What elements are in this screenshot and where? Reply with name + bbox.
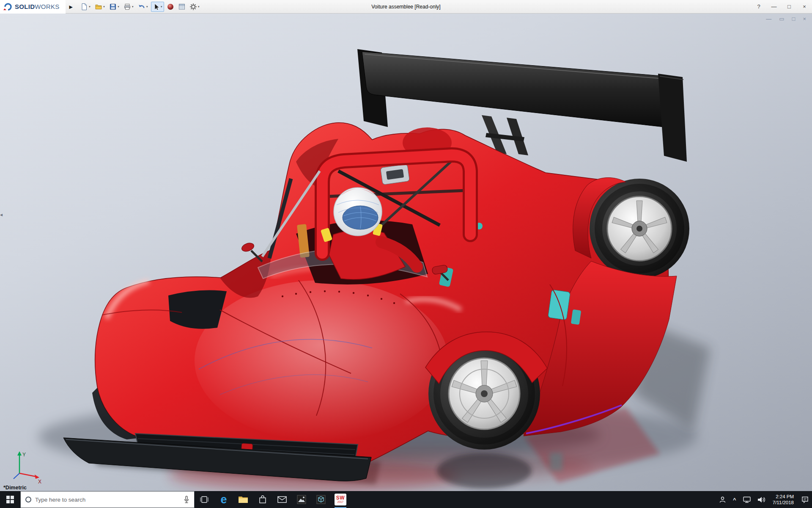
dropdown-caret[interactable]: ▼ xyxy=(103,6,105,8)
windows-logo-icon xyxy=(6,496,14,503)
print-icon xyxy=(123,3,131,11)
window-controls: ? — □ × xyxy=(751,0,812,13)
network-button[interactable] xyxy=(740,491,754,508)
maximize-button[interactable]: □ xyxy=(782,0,797,13)
task-view-button[interactable] xyxy=(195,491,214,508)
dropdown-caret[interactable]: ▼ xyxy=(132,6,134,8)
view-orientation-label: *Dimetric xyxy=(3,485,27,491)
solidworks-window: SOLIDWORKS ▶ ▼ ▼ xyxy=(0,0,812,508)
clock-date: 7/11/2018 xyxy=(773,500,794,505)
search-icon xyxy=(25,497,31,502)
taskbar-app-photos[interactable] xyxy=(292,491,311,508)
clock-time: 2:24 PM xyxy=(776,494,794,500)
mail-icon xyxy=(277,496,287,503)
graphics-viewport[interactable]: Y X — ▭ □ × ◂ *Dimetric xyxy=(0,14,812,491)
dropdown-caret[interactable]: ▼ xyxy=(117,6,120,8)
3d-viewer-icon xyxy=(316,495,326,504)
minimize-button[interactable]: — xyxy=(766,0,782,13)
dropdown-caret[interactable]: ▼ xyxy=(146,6,148,8)
microphone-icon[interactable] xyxy=(184,496,189,503)
options-button[interactable]: ▼ xyxy=(188,2,201,12)
system-tray: ^ 2:24 PM 7/11/2018 xyxy=(716,491,812,508)
dropdown-caret[interactable]: ▼ xyxy=(88,6,91,8)
action-center-icon xyxy=(801,496,809,503)
taskbar-app-mail[interactable] xyxy=(272,491,292,508)
undo-button[interactable]: ▼ xyxy=(137,2,150,12)
search-input[interactable] xyxy=(35,497,180,503)
new-document-icon xyxy=(80,3,88,11)
solidworks-logo: SOLIDWORKS xyxy=(0,0,66,14)
rear-wheel[interactable] xyxy=(590,179,689,279)
taskbar-app-edge[interactable]: e xyxy=(214,491,233,508)
toolbar-expand-button[interactable]: ▶ xyxy=(66,0,77,14)
new-document-button[interactable]: ▼ xyxy=(79,2,92,12)
taskbar-clock[interactable]: 2:24 PM 7/11/2018 xyxy=(768,491,798,508)
save-button[interactable]: ▼ xyxy=(108,2,121,12)
window-title: Voiture assemblee [Read-only] xyxy=(371,4,440,10)
network-icon xyxy=(743,497,751,503)
people-button[interactable] xyxy=(716,491,730,508)
design-table-button[interactable] xyxy=(177,2,187,12)
doc-close-icon[interactable]: × xyxy=(803,16,806,22)
store-icon xyxy=(258,495,267,504)
panel-collapse-arrow[interactable]: ◂ xyxy=(0,212,3,218)
appearance-sphere-icon xyxy=(167,3,174,11)
doc-minimize-icon[interactable]: — xyxy=(766,16,771,22)
taskbar-app-3d-viewer[interactable] xyxy=(311,491,331,508)
save-icon xyxy=(109,3,117,11)
dropdown-caret[interactable]: ▼ xyxy=(198,6,200,8)
solidworks-app-icon: SW 2017 xyxy=(335,494,346,505)
close-button[interactable]: × xyxy=(797,0,812,13)
undo-icon xyxy=(138,3,145,11)
photos-icon xyxy=(297,495,306,504)
car-model-render[interactable]: Y X xyxy=(0,14,812,491)
dassault-3ds-icon xyxy=(3,3,13,11)
select-tool-button[interactable]: ▼ xyxy=(151,2,164,12)
help-button[interactable]: ? xyxy=(751,0,766,13)
triad-x-label: X xyxy=(38,479,41,485)
task-view-icon xyxy=(200,496,208,503)
taskbar-app-file-explorer[interactable] xyxy=(233,491,253,508)
print-button[interactable]: ▼ xyxy=(122,2,135,12)
taskbar-app-solidworks[interactable]: SW 2017 xyxy=(331,491,350,508)
action-center-button[interactable] xyxy=(798,491,812,508)
hidden-icons-button[interactable]: ^ xyxy=(730,491,740,508)
titlebar: SOLIDWORKS ▶ ▼ ▼ xyxy=(0,0,812,14)
orientation-triad[interactable]: Y X xyxy=(14,451,41,485)
design-table-icon xyxy=(178,3,186,11)
standard-toolbar: ▼ ▼ ▼ xyxy=(77,2,201,12)
volume-button[interactable] xyxy=(754,491,768,508)
dropdown-caret[interactable]: ▼ xyxy=(160,6,163,8)
windows-taskbar: e xyxy=(0,491,812,508)
speaker-icon xyxy=(757,497,765,503)
triad-y-label: Y xyxy=(22,452,26,458)
open-document-icon xyxy=(95,3,102,11)
gear-icon xyxy=(189,3,197,11)
open-document-button[interactable]: ▼ xyxy=(93,2,107,12)
select-cursor-icon xyxy=(152,3,160,11)
file-explorer-icon xyxy=(238,495,248,504)
taskbar-app-store[interactable] xyxy=(253,491,272,508)
doc-maximize-icon[interactable]: □ xyxy=(792,16,796,22)
chevron-up-icon: ^ xyxy=(733,497,736,503)
start-button[interactable] xyxy=(0,491,20,508)
edge-icon: e xyxy=(220,494,227,505)
doc-restore-icon[interactable]: ▭ xyxy=(779,16,784,22)
people-icon xyxy=(719,496,726,503)
taskbar-search[interactable] xyxy=(20,491,195,508)
solidworks-wordmark: SOLIDWORKS xyxy=(15,3,60,10)
document-window-controls: — ▭ □ × xyxy=(766,16,806,22)
appearance-button[interactable] xyxy=(165,2,176,12)
